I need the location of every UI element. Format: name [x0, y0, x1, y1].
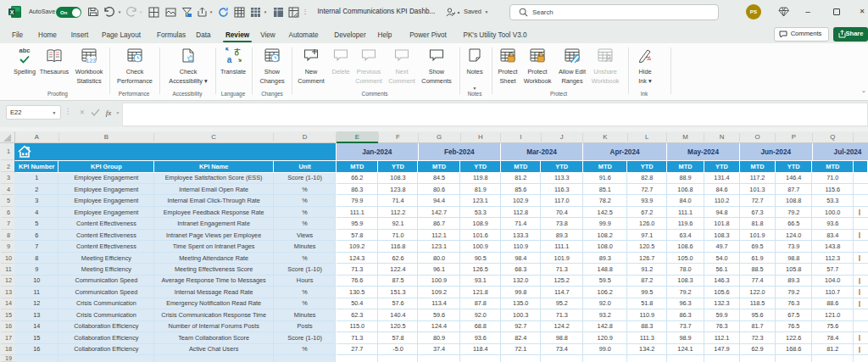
svg-text:123: 123 [86, 57, 97, 64]
svg-text:a: a [226, 55, 231, 64]
svg-text:X: X [10, 9, 14, 15]
